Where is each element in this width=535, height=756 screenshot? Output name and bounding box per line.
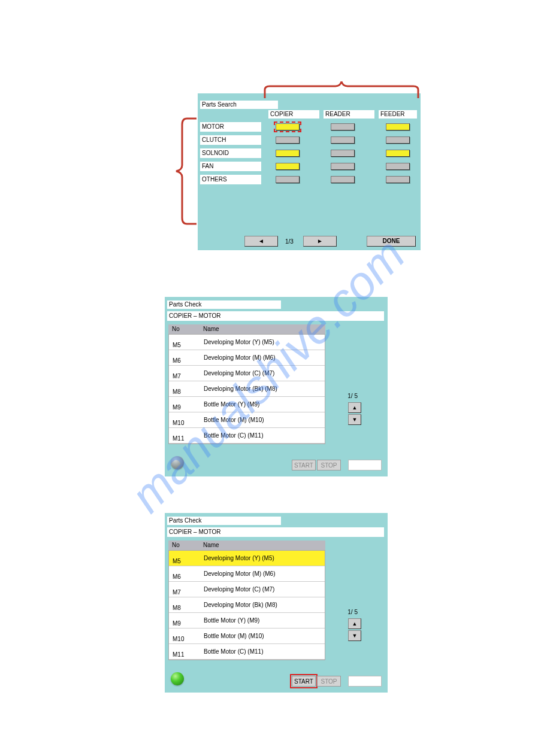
- cell-no: M7: [169, 582, 202, 597]
- col-no: No: [168, 541, 202, 550]
- table-row[interactable]: M9Bottle Motor (Y) (M9): [169, 397, 325, 412]
- page-indicator: 1/ 5: [347, 393, 358, 399]
- page-up-button[interactable]: ▲: [348, 618, 361, 629]
- parts-check-panel-2: Parts Check COPIER – MOTOR No Name M5Dev…: [165, 513, 388, 693]
- table-row[interactable]: M6Developing Motor (M) (M6): [169, 566, 325, 582]
- cell-no: M10: [169, 412, 202, 427]
- cell-no: M11: [169, 428, 202, 443]
- triangle-up-icon: ▲: [352, 405, 358, 411]
- triangle-right-icon: ►: [317, 238, 323, 244]
- row-header-fan: FAN: [200, 162, 261, 171]
- cell-no: M5: [169, 551, 202, 566]
- cell-name: Developing Motor (Y) (M5): [202, 335, 325, 350]
- cell-name: Developing Motor (M) (M6): [202, 566, 325, 581]
- table-row[interactable]: M7Developing Motor (C) (M7): [169, 366, 325, 381]
- cell-name: Bottle Motor (C) (M11): [202, 644, 325, 659]
- grid-button[interactable]: [331, 163, 355, 170]
- page-up-button[interactable]: ▲: [348, 402, 361, 413]
- cell-name: Bottle Motor (M) (M10): [202, 412, 325, 427]
- grid-button[interactable]: [331, 123, 355, 130]
- table-row[interactable]: M8Developing Motor (Bk) (M8): [169, 381, 325, 397]
- cell-no: M10: [169, 629, 202, 643]
- table-row[interactable]: M5Developing Motor (Y) (M5): [169, 335, 325, 350]
- col-header-feeder: FEEDER: [379, 110, 417, 119]
- grid-button[interactable]: [386, 150, 410, 157]
- page-down-button[interactable]: ▼: [348, 414, 361, 425]
- top-brace: [264, 81, 419, 99]
- next-page-button[interactable]: ►: [303, 236, 337, 247]
- table-row[interactable]: M9Bottle Motor (Y) (M9): [169, 613, 325, 629]
- page-down-button[interactable]: ▼: [348, 630, 361, 641]
- grid-button[interactable]: [386, 123, 410, 130]
- cell-no: M9: [169, 397, 202, 412]
- grid-button[interactable]: [386, 176, 410, 183]
- panel-title: Parts Check: [167, 517, 281, 525]
- table-row[interactable]: M11Bottle Motor (C) (M11): [169, 428, 325, 444]
- row-header-motor: MOTOR: [200, 122, 261, 132]
- table-row[interactable]: M10Bottle Motor (M) (M10): [169, 629, 325, 644]
- cell-no: M9: [169, 613, 202, 628]
- table-row[interactable]: M6Developing Motor (M) (M6): [169, 350, 325, 366]
- grid-button[interactable]: [276, 163, 300, 170]
- output-field: [348, 460, 382, 470]
- col-header-copier: COPIER: [268, 110, 319, 119]
- cell-no: M8: [169, 381, 202, 396]
- panel-title: Parts Search: [200, 101, 278, 109]
- table-row[interactable]: M7Developing Motor (C) (M7): [169, 582, 325, 597]
- output-field: [348, 676, 382, 687]
- grid-button[interactable]: [331, 136, 355, 144]
- grid-button[interactable]: [276, 136, 300, 144]
- cell-name: Developing Motor (Y) (M5): [202, 551, 325, 566]
- cell-no: M11: [169, 644, 202, 659]
- cell-name: Developing Motor (C) (M7): [202, 366, 325, 381]
- panel-title: Parts Check: [167, 300, 281, 309]
- table-header: No Name: [168, 324, 325, 334]
- table-row[interactable]: M8Developing Motor (Bk) (M8): [169, 597, 325, 613]
- cell-no: M8: [169, 597, 202, 612]
- panel-subtitle: COPIER – MOTOR: [167, 311, 384, 321]
- status-orb-icon: [171, 456, 184, 469]
- stop-button[interactable]: STOP: [317, 676, 341, 687]
- stop-button[interactable]: STOP: [317, 460, 341, 470]
- parts-check-panel-1: Parts Check COPIER – MOTOR No Name M5Dev…: [165, 297, 388, 476]
- left-brace: [174, 117, 198, 225]
- cell-name: Developing Motor (Bk) (M8): [202, 597, 325, 612]
- grid-button[interactable]: [276, 176, 300, 183]
- cell-name: Bottle Motor (Y) (M9): [202, 613, 325, 628]
- page-indicator: 1/3: [285, 238, 294, 245]
- grid-button[interactable]: [331, 150, 355, 157]
- cell-no: M7: [169, 366, 202, 381]
- col-header-reader: READER: [324, 110, 374, 119]
- cell-no: M6: [169, 350, 202, 365]
- cell-name: Bottle Motor (M) (M10): [202, 629, 325, 643]
- grid-button[interactable]: [276, 123, 300, 130]
- table-row[interactable]: M10Bottle Motor (M) (M10): [169, 412, 325, 428]
- cell-no: M5: [169, 335, 202, 350]
- row-header-clutch: CLUTCH: [200, 135, 261, 145]
- cell-name: Bottle Motor (Y) (M9): [202, 397, 325, 412]
- parts-search-panel: Parts Search COPIER READER FEEDER MOTOR …: [198, 93, 421, 250]
- table-row[interactable]: M11Bottle Motor (C) (M11): [169, 644, 325, 660]
- grid-button[interactable]: [276, 150, 300, 157]
- cell-name: Developing Motor (M) (M6): [202, 350, 325, 365]
- grid-button[interactable]: [331, 176, 355, 183]
- col-no: No: [168, 324, 202, 334]
- row-header-others: OTHERS: [200, 175, 261, 184]
- grid-button[interactable]: [386, 163, 410, 170]
- done-button[interactable]: DONE: [367, 236, 416, 247]
- start-button[interactable]: START: [292, 460, 316, 470]
- triangle-down-icon: ▼: [352, 417, 358, 423]
- row-header-solnoid: SOLNOID: [200, 148, 261, 158]
- start-button[interactable]: START: [292, 676, 316, 687]
- cell-name: Developing Motor (Bk) (M8): [202, 381, 325, 396]
- table-header: No Name: [168, 541, 325, 550]
- panel-subtitle: COPIER – MOTOR: [167, 527, 384, 537]
- col-name: Name: [202, 541, 325, 550]
- grid-button[interactable]: [386, 136, 410, 144]
- triangle-down-icon: ▼: [352, 633, 358, 639]
- triangle-left-icon: ◄: [258, 238, 264, 244]
- cell-name: Bottle Motor (C) (M11): [202, 428, 325, 443]
- page-indicator: 1/ 5: [347, 609, 358, 615]
- prev-page-button[interactable]: ◄: [244, 236, 278, 247]
- table-row[interactable]: M5Developing Motor (Y) (M5): [169, 551, 325, 566]
